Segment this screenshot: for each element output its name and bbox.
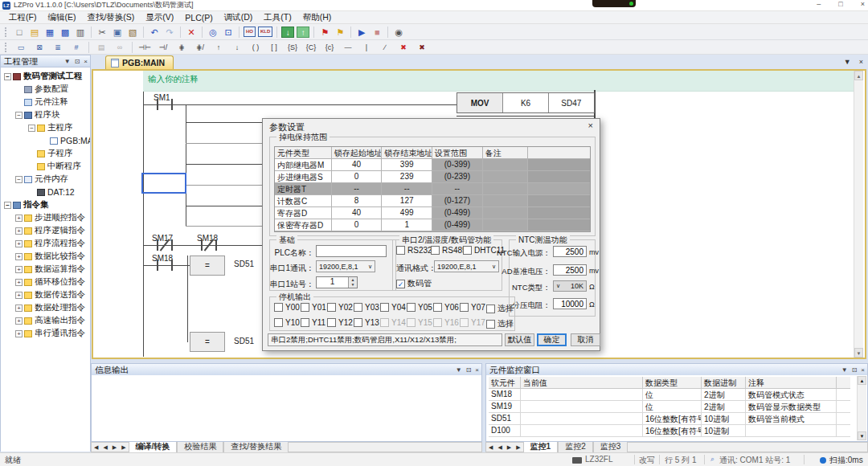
tree-item-serial-instructions[interactable]: +串行通讯指令: [1, 327, 90, 340]
ntc-type-dropdown[interactable]: ∨10K: [553, 280, 587, 292]
tab-pgb-main[interactable]: PGB:MAIN: [105, 55, 174, 69]
tree-item-logic-instructions[interactable]: +程序逻辑指令: [1, 224, 90, 237]
tab-monitor1[interactable]: 监控1: [523, 442, 559, 452]
paste-icon[interactable]: ▧: [125, 26, 140, 39]
download-icon[interactable]: ↓: [281, 27, 294, 38]
pin-icon[interactable]: ⊡: [75, 58, 80, 66]
compare-instruction-block[interactable]: =: [190, 255, 225, 276]
y02-checkbox[interactable]: Y02: [327, 303, 353, 312]
vertical-line-icon[interactable]: |: [358, 41, 375, 54]
instruction-view-icon[interactable]: KLD: [258, 27, 272, 37]
y00-checkbox[interactable]: Y00: [274, 303, 300, 312]
output-panel-content[interactable]: [91, 375, 482, 442]
y04-checkbox[interactable]: Y04: [380, 303, 406, 312]
tree-item-transfer-instructions[interactable]: +数据传送指令: [1, 288, 90, 301]
minimize-button[interactable]: –: [817, 0, 821, 8]
redo-icon[interactable]: ↷: [162, 26, 177, 39]
menu-find-replace[interactable]: 查找/替换(S): [81, 12, 140, 23]
monitor-row[interactable]: D10016位整数[有符号]10进制: [489, 425, 854, 437]
tab-first-icon[interactable]: ◀: [92, 444, 100, 451]
panel-menu-icon[interactable]: ▼: [841, 366, 848, 374]
run-icon[interactable]: ▶: [354, 26, 369, 39]
mov-instruction-block[interactable]: MOV K6 SD47: [457, 92, 595, 113]
parallel-nc-icon[interactable]: ⋕/: [191, 41, 209, 54]
ladder-selection-cursor[interactable]: [141, 173, 186, 194]
com1-format-dropdown[interactable]: 19200,E,8,1∨: [316, 260, 375, 272]
expand-icon[interactable]: +: [15, 215, 23, 222]
menu-view[interactable]: 显示(V): [140, 12, 179, 23]
table-row[interactable]: 步进继电器S0239(0-239): [275, 171, 590, 183]
scroll-up-icon[interactable]: ▲: [854, 71, 863, 80]
tab-list-icon[interactable]: ▼: [844, 58, 851, 66]
frame-icon[interactable]: ▭: [12, 41, 30, 54]
menu-project[interactable]: 工程(F): [3, 12, 42, 23]
tree-item-compare-instructions[interactable]: +数据比较指令: [1, 250, 90, 263]
status-mode[interactable]: 改写: [639, 455, 655, 466]
rung-comment[interactable]: 输入你的注释: [143, 71, 854, 92]
serial2-format-dropdown[interactable]: 19200,E,8,1∨: [434, 260, 499, 272]
y12-checkbox[interactable]: Y12: [327, 318, 353, 327]
nc-contact-sm18[interactable]: [201, 239, 217, 251]
tree-item-highspeed-instructions[interactable]: +高速输出指令: [1, 314, 90, 327]
loop-icon[interactable]: ∞: [111, 41, 129, 54]
tree-item-interrupt-program[interactable]: 中断程序: [1, 160, 90, 173]
reset-coil-icon[interactable]: {C}: [302, 41, 320, 54]
no-contact-sm18[interactable]: [157, 260, 173, 271]
monitor-row[interactable]: SD5116位整数[有符号]10进制数码管当前模式: [489, 413, 854, 425]
tree-item-process-instructions[interactable]: +数据处理指令: [1, 301, 90, 314]
contact-no-icon[interactable]: ⊣⊢: [136, 41, 154, 54]
tab-monitor2[interactable]: 监控2: [558, 442, 593, 452]
menu-edit[interactable]: 编辑(E): [42, 12, 81, 23]
tab-compile-result[interactable]: 编译/转换: [129, 442, 178, 452]
print-icon[interactable]: ▥: [73, 26, 88, 39]
menu-tools[interactable]: 工具(T): [258, 12, 297, 23]
tree-item-parameter-config[interactable]: 参数配置: [1, 83, 90, 96]
collapse-icon[interactable]: −: [28, 125, 35, 132]
menu-plc[interactable]: PLC(P): [179, 13, 218, 22]
collapse-icon[interactable]: −: [15, 112, 23, 119]
compare-instruction-block[interactable]: =: [190, 332, 225, 352]
horizontal-line-icon[interactable]: —: [339, 41, 357, 54]
maximize-button[interactable]: □: [838, 0, 842, 8]
table-row[interactable]: 寄存器D40499(0-499): [275, 207, 590, 219]
tab-prev-icon[interactable]: ◀: [495, 444, 504, 451]
tree-item-main-program[interactable]: −主程序: [1, 121, 90, 134]
expand-icon[interactable]: +: [15, 240, 23, 247]
y06-checkbox[interactable]: Y06: [433, 303, 459, 312]
select-row1-checkbox[interactable]: 选择: [486, 303, 514, 314]
tab-last-icon[interactable]: ▶: [514, 444, 522, 451]
expand-icon[interactable]: +: [15, 305, 23, 312]
ad-ref-field[interactable]: [553, 264, 587, 276]
cancel-button[interactable]: 取消: [571, 333, 600, 346]
tree-item-math-instructions[interactable]: +数据运算指令: [1, 263, 90, 276]
scroll-down-icon[interactable]: ▼: [854, 348, 863, 358]
tree-item-device-comment[interactable]: 元件注释: [1, 96, 90, 108]
open-icon[interactable]: ▤: [27, 26, 42, 39]
table-row[interactable]: 内部继电器M40399(0-399): [275, 159, 590, 171]
nc-contact-sm17[interactable]: [157, 239, 173, 251]
y11-checkbox[interactable]: Y11: [301, 318, 326, 327]
station-stepper[interactable]: 1 ▲▼: [316, 276, 358, 288]
monitor-scrollbar[interactable]: ▲ ▼: [857, 376, 866, 440]
select-row2-checkbox[interactable]: 选择: [486, 318, 514, 329]
rs232-checkbox[interactable]: RS232: [396, 246, 432, 255]
parallel-no-icon[interactable]: ⋕: [173, 41, 190, 54]
frame-delete-icon[interactable]: ⊠: [31, 41, 48, 54]
stop-icon[interactable]: ■: [370, 26, 384, 39]
tree-item-project-root[interactable]: −数码管测试工程: [1, 70, 90, 83]
block-icon[interactable]: ▤: [92, 41, 110, 54]
menu-debug[interactable]: 调试(D): [219, 12, 259, 23]
y05-checkbox[interactable]: Y05: [407, 303, 432, 312]
expand-icon[interactable]: +: [15, 330, 23, 337]
find-icon[interactable]: ◎: [206, 26, 220, 39]
rs485-checkbox[interactable]: RS485: [431, 246, 467, 255]
panel-menu-icon[interactable]: ▼: [64, 58, 71, 66]
collapse-icon[interactable]: −: [4, 202, 11, 209]
y01-checkbox[interactable]: Y01: [301, 303, 326, 312]
compile-all-icon[interactable]: ⚑: [333, 26, 347, 39]
tree-item-instruction-set[interactable]: −指令集: [1, 198, 90, 211]
menu-help[interactable]: 帮助(H): [297, 12, 338, 23]
insert-row-icon[interactable]: ≣: [49, 41, 67, 54]
editor-vertical-scrollbar[interactable]: ▲ ▼: [854, 71, 863, 358]
tree-item-sub-program[interactable]: 子程序: [1, 147, 90, 160]
